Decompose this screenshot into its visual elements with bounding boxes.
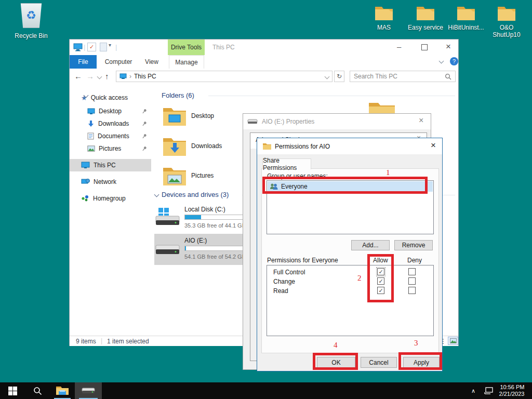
refresh-button[interactable]: ↻ [334, 71, 344, 82]
cancel-button[interactable]: Cancel [361, 357, 397, 368]
breadcrumb-location[interactable]: This PC [134, 73, 156, 80]
desktop-icon-easy-service[interactable]: Easy service [405, 5, 446, 31]
sidebar: ★ Quick access Desktop Downloads Documen… [70, 84, 151, 336]
desktop-icon-oo-shutup10[interactable]: O&O ShutUp10 [486, 5, 527, 38]
shortcut-label: Easy service [405, 24, 446, 31]
explorer-titlebar: | ✓ ▾ | Drive Tools This PC – × [70, 39, 458, 55]
sidebar-item-homegroup[interactable]: Homegroup [70, 192, 151, 205]
annotation-box-step4 [313, 353, 358, 370]
shortcut-label: ShutUp10 [486, 31, 527, 38]
maximize-button[interactable] [421, 44, 428, 50]
pin-icon [142, 109, 147, 114]
permissions-list: Full Control ✓ Change ✓ Read ✓ [267, 265, 434, 336]
annotation-number-2: 2 [357, 274, 362, 283]
remove-button[interactable]: Remove [394, 240, 433, 250]
deny-change-checkbox[interactable] [408, 277, 416, 285]
folder-icon [457, 5, 475, 21]
address-dropdown-icon[interactable] [325, 74, 330, 79]
drive-tools-contextual-tab[interactable]: Drive Tools [168, 39, 205, 55]
sidebar-item-this-pc[interactable]: This PC [70, 159, 151, 171]
deny-read-checkbox[interactable] [408, 287, 416, 294]
annotation-box-step1 [262, 177, 428, 194]
clock-time: 10:56 PM [499, 384, 525, 391]
refresh-icon: ↻ [337, 73, 342, 80]
group-collapse-icon[interactable] [154, 192, 159, 197]
status-selection: 1 item selected [107, 338, 149, 345]
permission-row-label: Full Control [273, 269, 305, 276]
up-icon[interactable]: ↑ [105, 72, 109, 81]
thumbnail-view-icon[interactable] [448, 337, 458, 345]
tab-view[interactable]: View [139, 55, 164, 69]
forward-icon: → [86, 72, 94, 81]
recent-locations-dropdown-icon[interactable] [97, 74, 102, 79]
desktop-icon-hibituninstaller[interactable]: HiBitUninst... [444, 5, 488, 31]
shortcut-label: HiBitUninst... [444, 24, 488, 31]
free-space-text: 54.1 GB free of 54.2 GB [184, 254, 246, 260]
windows-logo-icon [8, 387, 17, 395]
back-icon[interactable]: ← [74, 72, 82, 81]
properties-titlebar: AIO (E:) Properties × [243, 114, 431, 129]
tab-computer[interactable]: Computer [102, 55, 135, 69]
breadcrumb-sep-icon: › [129, 73, 131, 80]
sidebar-item-quick-access[interactable]: ★ Quick access [70, 91, 151, 104]
sidebar-item-documents[interactable]: Documents [70, 130, 151, 142]
close-icon[interactable]: × [431, 140, 436, 151]
folder-icon [375, 5, 393, 21]
permissions-label: Permissions for Everyone [267, 257, 338, 264]
deny-full-control-checkbox[interactable] [408, 268, 416, 275]
permissions-dialog: Permissions for AIO × Share Permissions … [257, 138, 443, 371]
document-icon [87, 132, 94, 140]
deny-column-header: Deny [407, 257, 422, 264]
ribbon-collapse-icon[interactable] [439, 59, 444, 64]
start-button[interactable] [0, 382, 25, 399]
minimize-button[interactable]: – [397, 42, 401, 51]
qat-customize-dropdown[interactable]: ▾ [109, 42, 111, 48]
qat-newfolder-icon[interactable] [100, 43, 107, 51]
drive-icon [247, 118, 258, 125]
taskbar-clock[interactable]: 10:56 PM 2/21/2023 [495, 382, 529, 399]
qat-properties-icon[interactable]: ✓ [87, 43, 96, 51]
this-pc-icon [81, 162, 90, 169]
sidebar-item-network[interactable]: Network [70, 176, 151, 188]
taskbar-file-explorer-button[interactable] [50, 382, 75, 399]
sidebar-item-desktop[interactable]: Desktop [70, 105, 151, 117]
desktop-icon-mas[interactable]: MAS [364, 5, 404, 31]
shortcut-label: O&O [486, 24, 527, 31]
taskbar-search-button[interactable] [25, 382, 50, 399]
search-icon [33, 387, 42, 395]
tray-chevron-icon[interactable]: ∧ [467, 382, 480, 399]
qat-separator: | [84, 43, 85, 51]
window-title: This PC [212, 44, 235, 51]
taskbar-properties-window-button[interactable] [75, 382, 102, 399]
network-icon [81, 178, 90, 185]
desktop-icon [87, 108, 95, 115]
add-button[interactable]: Add... [351, 240, 390, 250]
recycle-bin-label: Recycle Bin [7, 32, 55, 39]
qat-separator: | [115, 43, 117, 51]
annotation-number-4: 4 [334, 341, 338, 350]
tab-manage[interactable]: Manage [169, 55, 204, 69]
annotation-number-3: 3 [414, 339, 418, 348]
sidebar-item-downloads[interactable]: Downloads [70, 117, 151, 130]
close-icon[interactable]: × [419, 116, 423, 125]
properties-title: AIO (E:) Properties [262, 118, 314, 125]
close-button[interactable]: × [446, 42, 451, 52]
drive-icon [155, 240, 180, 259]
folder-icon [163, 165, 187, 186]
tab-file[interactable]: File [70, 55, 97, 69]
picture-icon [87, 145, 95, 152]
help-icon[interactable]: ? [450, 57, 458, 65]
tab-page: Group or user names: Everyone Add... Rem… [261, 168, 439, 353]
sidebar-item-pictures[interactable]: Pictures [70, 142, 151, 155]
annotation-box-step3 [398, 352, 442, 370]
folders-group-header[interactable]: Folders (6) [162, 91, 194, 99]
address-bar[interactable]: › This PC [116, 71, 332, 82]
search-box[interactable]: Search This PC [350, 71, 456, 82]
drives-group-header[interactable]: Devices and drives (3) [162, 191, 229, 198]
pin-icon [142, 121, 147, 127]
drive-icon [81, 386, 96, 395]
desktop-icon-recycle-bin[interactable]: ♻ Recycle Bin [7, 3, 55, 39]
desktop: ♻ Recycle Bin MAS Easy service HiBitUnin… [0, 0, 532, 399]
tab-share-permissions[interactable]: Share Permissions [262, 158, 311, 169]
file-explorer-icon [56, 385, 69, 396]
